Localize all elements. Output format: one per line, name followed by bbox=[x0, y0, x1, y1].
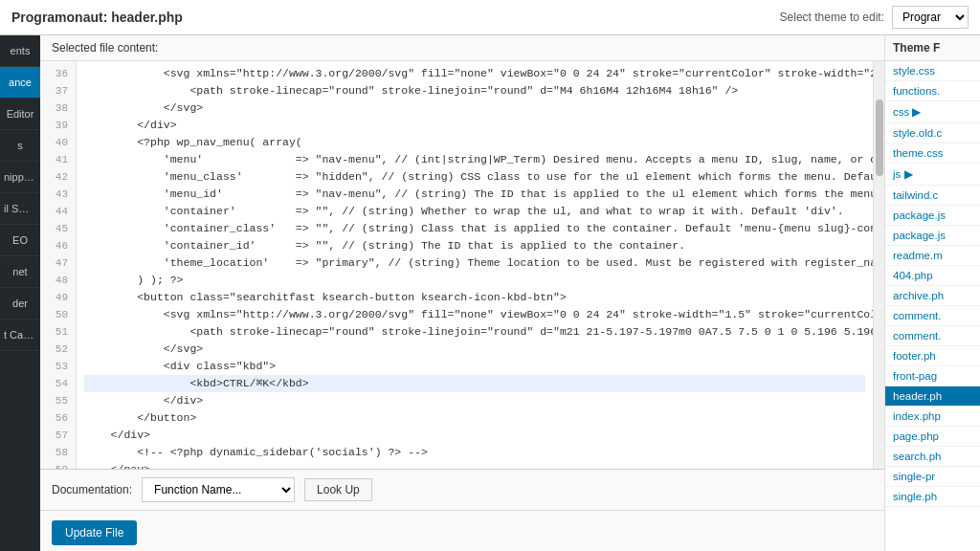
theme-file-item[interactable]: comment. bbox=[885, 326, 980, 346]
code-line: ) ); ?> bbox=[84, 272, 865, 289]
theme-file-item[interactable]: package.js bbox=[885, 226, 980, 246]
theme-file-item[interactable]: header.ph bbox=[885, 386, 980, 407]
line-number: 58 bbox=[40, 444, 76, 461]
page-title: Programonaut: header.php bbox=[11, 10, 183, 25]
theme-file-item[interactable]: page.php bbox=[885, 427, 980, 447]
code-line: <path stroke-linecap="round" stroke-line… bbox=[84, 82, 865, 99]
code-line: <kbd>CTRL/⌘K</kbd> bbox=[84, 375, 865, 392]
doc-label: Documentation: bbox=[52, 483, 132, 496]
sidebar-item-editor[interactable]: Editor bbox=[0, 99, 40, 130]
code-line: 'menu_id' => "nav-menu", // (string) The… bbox=[84, 186, 865, 203]
bottom-section: Documentation: Function Name... Look Up … bbox=[40, 469, 884, 551]
line-number: 45 bbox=[40, 220, 76, 237]
theme-file-item[interactable]: style.css bbox=[885, 61, 980, 81]
theme-file-item[interactable]: js ▶ bbox=[885, 164, 980, 186]
theme-file-item[interactable]: style.old.c bbox=[885, 123, 980, 143]
code-line: </div> bbox=[84, 117, 865, 134]
theme-file-item[interactable]: readme.m bbox=[885, 246, 980, 266]
sidebar-item-ents[interactable]: ents bbox=[0, 35, 40, 67]
sidebar-item-nippets[interactable]: nippets bbox=[0, 162, 40, 193]
line-number: 47 bbox=[40, 254, 76, 272]
look-up-button[interactable]: Look Up bbox=[304, 478, 372, 501]
code-line: <button class="searchitfast ksearch-butt… bbox=[84, 289, 865, 306]
line-number: 54 bbox=[40, 375, 76, 392]
theme-file-item[interactable]: front-pag bbox=[885, 366, 980, 386]
code-line: 'theme_location' => "primary", // (strin… bbox=[84, 254, 865, 272]
line-number: 39 bbox=[40, 117, 76, 134]
sidebar-item-t-cache[interactable]: t Cache bbox=[0, 320, 40, 351]
code-line: <?php wp_nav_menu( array( bbox=[84, 134, 865, 151]
theme-file-item[interactable]: search.ph bbox=[885, 447, 980, 467]
theme-file-item[interactable]: 404.php bbox=[885, 266, 980, 286]
line-number: 50 bbox=[40, 306, 76, 323]
line-number: 42 bbox=[40, 168, 76, 186]
line-number: 44 bbox=[40, 203, 76, 220]
code-line: <svg xmlns="http://www.3.org/2000/svg" f… bbox=[84, 65, 865, 82]
action-row: Update File bbox=[40, 510, 884, 551]
sidebar-item-ance[interactable]: ance bbox=[0, 67, 40, 99]
theme-selector-area: Select theme to edit: Prograr bbox=[780, 6, 969, 29]
code-line: 'container' => "", // (string) Whether t… bbox=[84, 203, 865, 220]
sidebar-item-net[interactable]: net bbox=[0, 256, 40, 288]
sidebar-left: entsanceEditorsnippetsil SMTPEOnetdert C… bbox=[0, 35, 40, 551]
sidebar-item-s[interactable]: s bbox=[0, 130, 40, 162]
theme-select-label: Select theme to edit: bbox=[780, 11, 884, 24]
code-line: </button> bbox=[84, 409, 865, 427]
code-line: <!-- <?php dynamic_sidebar('socials') ?>… bbox=[84, 444, 865, 461]
code-line: </div> bbox=[84, 392, 865, 409]
theme-sidebar-header: Theme F bbox=[885, 35, 980, 61]
line-number: 36 bbox=[40, 65, 76, 82]
sidebar-item-eo[interactable]: EO bbox=[0, 225, 40, 256]
scrollbar-thumb[interactable] bbox=[876, 99, 883, 176]
code-editor[interactable]: 3637383940414243444546474849505152535455… bbox=[40, 61, 884, 469]
code-line: </nav> bbox=[84, 461, 865, 469]
line-number: 52 bbox=[40, 341, 76, 358]
update-file-button[interactable]: Update File bbox=[52, 520, 137, 545]
code-line: </div> bbox=[84, 427, 865, 444]
line-number: 48 bbox=[40, 272, 76, 289]
theme-file-item[interactable]: single-pr bbox=[885, 467, 980, 487]
theme-file-item[interactable]: comment. bbox=[885, 306, 980, 326]
line-number: 51 bbox=[40, 323, 76, 341]
line-number: 38 bbox=[40, 99, 76, 117]
line-number: 59 bbox=[40, 461, 76, 469]
bottom-bar: Documentation: Function Name... Look Up bbox=[40, 469, 884, 510]
code-line: </svg> bbox=[84, 99, 865, 117]
line-number: 53 bbox=[40, 358, 76, 375]
sidebar-item-il-smtp[interactable]: il SMTP bbox=[0, 193, 40, 225]
top-bar: Programonaut: header.php Select theme to… bbox=[0, 0, 980, 35]
theme-select-dropdown[interactable]: Prograr bbox=[892, 6, 969, 29]
line-number: 56 bbox=[40, 409, 76, 427]
code-line: </svg> bbox=[84, 341, 865, 358]
theme-file-list[interactable]: style.cssfunctions.css ▶style.old.ctheme… bbox=[885, 61, 980, 551]
line-number: 55 bbox=[40, 392, 76, 409]
editor-scrollbar[interactable] bbox=[873, 61, 884, 469]
code-line: <svg xmlns="http://www.3.org/2000/svg" f… bbox=[84, 306, 865, 323]
theme-file-item[interactable]: css ▶ bbox=[885, 101, 980, 123]
code-line: <path stroke-linecap="round" stroke-line… bbox=[84, 323, 865, 341]
theme-file-item[interactable]: index.php bbox=[885, 407, 980, 427]
code-line: 'menu' => "nav-menu", // (int|string|WP_… bbox=[84, 151, 865, 168]
code-line: 'container_id' => "", // (string) The ID… bbox=[84, 237, 865, 254]
theme-file-item[interactable]: single.ph bbox=[885, 487, 980, 507]
theme-file-item[interactable]: tailwind.c bbox=[885, 186, 980, 206]
line-number: 37 bbox=[40, 82, 76, 99]
main-layout: entsanceEditorsnippetsil SMTPEOnetdert C… bbox=[0, 35, 980, 551]
line-number: 57 bbox=[40, 427, 76, 444]
code-content[interactable]: <svg xmlns="http://www.3.org/2000/svg" f… bbox=[77, 61, 873, 469]
sidebar-item-der[interactable]: der bbox=[0, 288, 40, 320]
theme-file-item[interactable]: archive.ph bbox=[885, 286, 980, 306]
code-line: 'menu_class' => "hidden", // (string) CS… bbox=[84, 168, 865, 186]
code-line: 'container_class' => "", // (string) Cla… bbox=[84, 220, 865, 237]
editor-area: Selected file content: 36373839404142434… bbox=[40, 35, 884, 551]
line-number: 43 bbox=[40, 186, 76, 203]
theme-file-item[interactable]: package.js bbox=[885, 206, 980, 226]
code-line: <div class="kbd"> bbox=[84, 358, 865, 375]
function-name-select[interactable]: Function Name... bbox=[142, 477, 295, 502]
theme-file-item[interactable]: theme.css bbox=[885, 143, 980, 164]
theme-sidebar: Theme F style.cssfunctions.css ▶style.ol… bbox=[884, 35, 980, 551]
line-number: 49 bbox=[40, 289, 76, 306]
line-number: 46 bbox=[40, 237, 76, 254]
theme-file-item[interactable]: functions. bbox=[885, 81, 980, 101]
theme-file-item[interactable]: footer.ph bbox=[885, 346, 980, 366]
